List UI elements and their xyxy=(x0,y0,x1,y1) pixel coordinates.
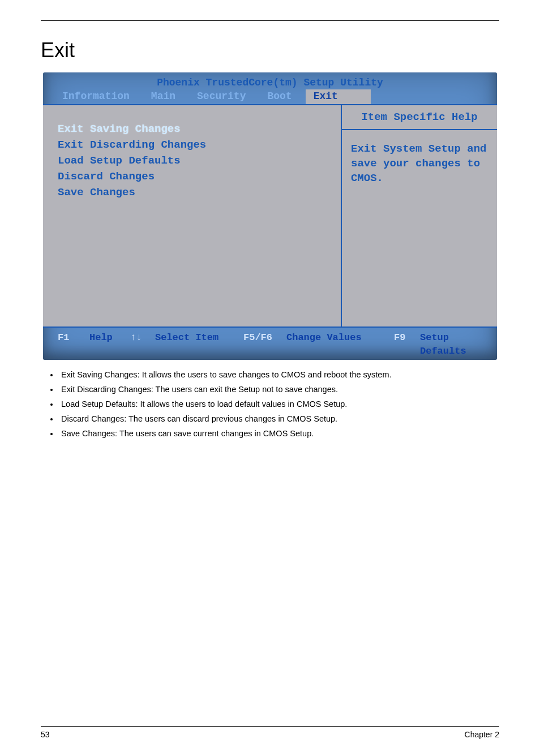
key-leftright: ←→ xyxy=(130,358,155,360)
key-f1: F1 xyxy=(58,331,89,358)
menu-load-setup-defaults[interactable]: Load Setup Defaults xyxy=(58,153,332,169)
list-item: Discard Changes: The users can discard p… xyxy=(59,412,499,426)
description-list: Exit Saving Changes: It allows the users… xyxy=(59,368,499,441)
action-change-values: Change Values xyxy=(286,331,394,358)
help-title: Item Specific Help xyxy=(342,105,497,129)
bios-tabs: Information Main Security Boot Exit xyxy=(43,89,497,104)
menu-save-changes[interactable]: Save Changes xyxy=(58,184,332,200)
action-save-and-exit: Save and Exit xyxy=(420,358,489,360)
menu-discard-changes[interactable]: Discard Changes xyxy=(58,169,332,184)
bios-body: Exit Saving Changes Exit Discarding Chan… xyxy=(43,104,497,328)
bios-title: Phoenix TrustedCore(tm) Setup Utility xyxy=(43,72,497,88)
top-rule xyxy=(41,20,499,21)
page-footer: 53 Chapter 2 xyxy=(41,726,499,739)
bios-menu: Exit Saving Changes Exit Discarding Chan… xyxy=(43,105,342,327)
menu-exit-discarding-changes[interactable]: Exit Discarding Changes xyxy=(58,137,332,153)
page-number: 53 xyxy=(41,730,50,739)
bios-footer: F1 Help ↑↓ Select Item F5/F6 Change Valu… xyxy=(43,328,497,360)
key-updown: ↑↓ xyxy=(130,331,155,358)
bios-screenshot: Phoenix TrustedCore(tm) Setup Utility In… xyxy=(43,72,497,360)
chapter-label: Chapter 2 xyxy=(465,730,499,739)
action-execute-command: Execute Command xyxy=(286,358,394,360)
tab-security[interactable]: Security xyxy=(189,89,259,104)
action-help: Help xyxy=(89,331,130,358)
footer-rule xyxy=(41,726,499,727)
action-select-item: Select Item xyxy=(155,331,243,358)
key-f10: F10 xyxy=(394,358,420,360)
bios-help-pane: Item Specific Help Exit System Setup and… xyxy=(342,105,497,327)
help-body: Exit System Setup and save your changes … xyxy=(342,130,497,191)
tab-main[interactable]: Main xyxy=(143,89,189,104)
list-item: Load Setup Defaults: It allows the users… xyxy=(59,397,499,411)
action-select-menu: Select Menu xyxy=(155,358,243,360)
key-f9: F9 xyxy=(394,331,420,358)
list-item: Exit Discarding Changes: The users can e… xyxy=(59,383,499,396)
action-setup-defaults: Setup Defaults xyxy=(420,331,489,358)
tab-information[interactable]: Information xyxy=(54,89,143,104)
tab-exit[interactable]: Exit xyxy=(306,89,371,104)
key-esc: Esc xyxy=(58,358,89,360)
tab-boot[interactable]: Boot xyxy=(259,89,305,104)
action-exit: Exit xyxy=(89,358,130,360)
list-item: Exit Saving Changes: It allows the users… xyxy=(59,368,499,381)
list-item: Save Changes: The users can save current… xyxy=(59,427,499,440)
menu-exit-saving-changes[interactable]: Exit Saving Changes xyxy=(58,121,332,137)
key-f5f6: F5/F6 xyxy=(243,331,286,358)
page-heading: Exit xyxy=(41,38,499,62)
key-enter: Enter xyxy=(243,358,286,360)
